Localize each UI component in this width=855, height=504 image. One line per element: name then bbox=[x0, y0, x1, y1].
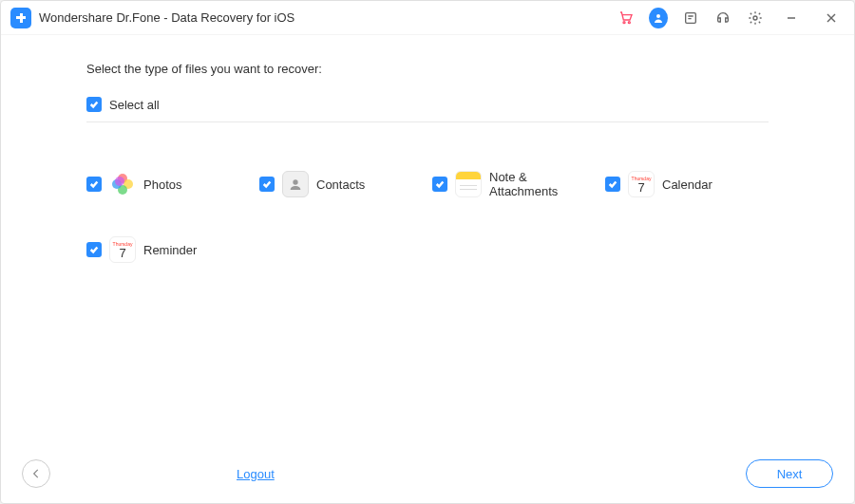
reminder-icon: Thursday 7 bbox=[109, 236, 136, 263]
file-type-calendar[interactable]: Thursday 7 Calendar bbox=[605, 170, 769, 198]
select-all-checkbox[interactable] bbox=[86, 97, 102, 112]
calendar-icon: Thursday 7 bbox=[628, 171, 655, 197]
back-button[interactable] bbox=[22, 459, 50, 488]
notes-icon bbox=[455, 171, 482, 197]
select-all-row: Select all bbox=[86, 97, 769, 122]
reminder-checkbox[interactable] bbox=[86, 242, 102, 257]
minimize-button[interactable] bbox=[778, 5, 805, 31]
file-type-photos[interactable]: Photos bbox=[86, 170, 250, 198]
user-icon[interactable] bbox=[649, 9, 668, 28]
feedback-icon[interactable] bbox=[681, 9, 700, 28]
content-area: Select the type of files you want to rec… bbox=[1, 35, 854, 444]
next-button[interactable]: Next bbox=[746, 459, 833, 488]
svg-point-2 bbox=[656, 14, 660, 18]
file-type-contacts[interactable]: Contacts bbox=[259, 170, 423, 198]
photos-checkbox[interactable] bbox=[86, 177, 102, 192]
contacts-label: Contacts bbox=[316, 177, 365, 192]
app-window: Wondershare Dr.Fone - Data Recovery for … bbox=[0, 0, 855, 504]
svg-point-8 bbox=[293, 179, 297, 184]
calendar-checkbox[interactable] bbox=[605, 177, 620, 192]
window-title: Wondershare Dr.Fone - Data Recovery for … bbox=[39, 10, 294, 25]
contacts-icon bbox=[282, 171, 309, 197]
file-type-reminder[interactable]: Thursday 7 Reminder bbox=[86, 236, 250, 263]
app-logo-icon bbox=[10, 8, 31, 28]
titlebar-actions bbox=[617, 5, 845, 31]
notes-checkbox[interactable] bbox=[432, 177, 447, 192]
support-icon[interactable] bbox=[713, 9, 732, 28]
logout-link[interactable]: Logout bbox=[237, 467, 275, 481]
close-button[interactable] bbox=[818, 5, 845, 31]
photos-label: Photos bbox=[143, 177, 181, 192]
svg-point-4 bbox=[753, 16, 757, 20]
calendar-label: Calendar bbox=[662, 177, 712, 192]
select-all-label: Select all bbox=[109, 98, 160, 112]
file-type-notes[interactable]: Note & Attachments bbox=[432, 170, 596, 198]
settings-icon[interactable] bbox=[746, 9, 765, 28]
cart-icon[interactable] bbox=[617, 9, 636, 28]
svg-point-0 bbox=[623, 21, 625, 23]
reminder-label: Reminder bbox=[143, 243, 197, 257]
notes-label: Note & Attachments bbox=[489, 170, 596, 198]
contacts-checkbox[interactable] bbox=[259, 177, 275, 192]
titlebar: Wondershare Dr.Fone - Data Recovery for … bbox=[1, 1, 854, 35]
footer: Logout Next bbox=[1, 444, 854, 503]
svg-point-1 bbox=[628, 21, 630, 23]
photos-icon bbox=[109, 171, 136, 197]
file-type-grid: Photos Contacts Note & Attachments bbox=[86, 170, 769, 263]
instruction-text: Select the type of files you want to rec… bbox=[86, 62, 769, 76]
